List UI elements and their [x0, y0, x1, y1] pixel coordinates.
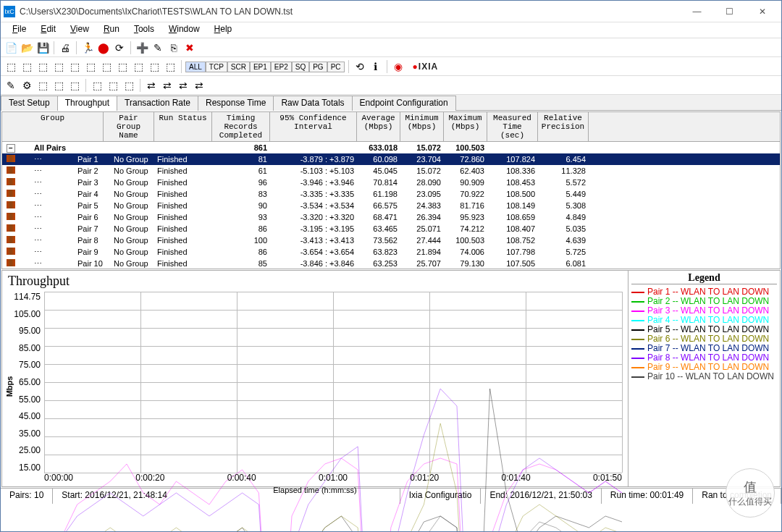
col-header[interactable]: Run Status: [154, 112, 212, 141]
menu-file[interactable]: File: [5, 22, 33, 38]
app-icon: IxC: [4, 6, 15, 17]
tab-test-setup[interactable]: Test Setup: [1, 96, 58, 111]
t2-i-icon[interactable]: ⬚: [131, 59, 146, 74]
t2-sync-icon[interactable]: ⟲: [353, 59, 367, 74]
t2-c-icon[interactable]: ⬚: [35, 59, 50, 74]
col-header[interactable]: Group: [2, 112, 104, 141]
toolbar-main: 📄 📂 💾 🖨 🏃 ⬤ ⟳ ➕ ✎ ⎘ ✖: [1, 38, 781, 57]
col-header[interactable]: Pair Group Name: [104, 112, 154, 141]
chart-plot[interactable]: Mbps 114.75105.0095.0085.0075.0065.0055.…: [44, 292, 622, 473]
window-title: C:\Users\X230\Documents\IxChariot\TESTS\…: [20, 7, 681, 17]
filter-sq[interactable]: SQ: [292, 62, 309, 72]
tab-response-time[interactable]: Response Time: [198, 96, 274, 111]
legend-title: Legend: [631, 272, 777, 284]
minimize-button[interactable]: —: [681, 1, 713, 22]
copy-icon[interactable]: ⎘: [167, 41, 181, 55]
t3-a-icon[interactable]: ✎: [4, 78, 18, 93]
data-grid[interactable]: GroupPair Group NameRun StatusTiming Rec…: [1, 111, 781, 269]
menu-help[interactable]: Help: [207, 22, 240, 38]
col-header[interactable]: Measured Time (sec): [487, 112, 538, 141]
t3-k-icon[interactable]: ⇄: [176, 78, 190, 93]
pair-row[interactable]: ⋯ Pair 4 No Group Finished 83 -3.335 : +…: [2, 188, 780, 200]
pair-row[interactable]: ⋯ Pair 2 No Group Finished 61 -5.103 : +…: [2, 165, 780, 177]
filter-scr[interactable]: SCR: [227, 62, 250, 72]
watermark: 值什么值得买: [726, 468, 775, 518]
col-header[interactable]: Maximum (Mbps): [444, 112, 487, 141]
title-bar: IxC C:\Users\X230\Documents\IxChariot\TE…: [1, 1, 781, 22]
tab-throughput[interactable]: Throughput: [57, 96, 117, 111]
t2-j-icon[interactable]: ⬚: [147, 59, 161, 74]
delete-icon[interactable]: ✖: [182, 41, 197, 55]
menu-view[interactable]: View: [63, 22, 96, 38]
legend-panel: Legend Pair 1 -- WLAN TO LAN DOWNPair 2 …: [628, 271, 780, 486]
filter-pg[interactable]: PG: [309, 62, 327, 72]
pair-row[interactable]: ⋯ Pair 9 No Group Finished 86 -3.654 : +…: [2, 246, 780, 258]
toolbar-tools: ✎ ⚙ ⬚ ⬚ ⬚ ⬚ ⬚ ⬚ ⇄ ⇄ ⇄ ⇄: [1, 76, 781, 95]
stop-icon[interactable]: ⬤: [96, 41, 111, 55]
t2-k-icon[interactable]: ⬚: [163, 59, 177, 74]
addpair-icon[interactable]: ➕: [135, 41, 149, 55]
col-header[interactable]: Minimum (Mbps): [400, 112, 444, 141]
t2-b-icon[interactable]: ⬚: [20, 59, 34, 74]
pair-row[interactable]: ⋯ Pair 6 No Group Finished 93 -3.320 : +…: [2, 211, 780, 223]
t3-c-icon[interactable]: ⬚: [35, 78, 50, 93]
col-header[interactable]: Timing Records Completed: [212, 112, 270, 141]
t3-h-icon[interactable]: ⬚: [122, 78, 136, 93]
t2-e-icon[interactable]: ⬚: [67, 59, 82, 74]
open-icon[interactable]: 📂: [20, 41, 34, 55]
t2-f-icon[interactable]: ⬚: [83, 59, 98, 74]
t2-a-icon[interactable]: ⬚: [4, 59, 18, 74]
maximize-button[interactable]: ☐: [713, 1, 746, 22]
run-icon[interactable]: 🏃: [80, 41, 95, 55]
col-header[interactable]: Relative Precision: [538, 112, 589, 141]
tabs-bar: Test SetupThroughputTransaction RateResp…: [1, 95, 781, 111]
pair-row[interactable]: ⋯ Pair 10 No Group Finished 85 -3.846 : …: [2, 258, 780, 269]
ixia-ball-icon: ◉: [391, 59, 405, 74]
edit-icon[interactable]: ✎: [151, 41, 165, 55]
legend-item[interactable]: Pair 10 -- WLAN TO LAN DOWN: [631, 372, 777, 381]
filter-all[interactable]: ALL: [185, 62, 206, 72]
pair-row[interactable]: ⋯ Pair 1 No Group Finished 81 -3.879 : +…: [2, 153, 780, 165]
t2-d-icon[interactable]: ⬚: [51, 59, 66, 74]
poll-icon[interactable]: ⟳: [112, 41, 127, 55]
filter-ep1[interactable]: EP1: [250, 62, 271, 72]
new-icon[interactable]: 📄: [4, 41, 18, 55]
print-icon[interactable]: 🖨: [58, 41, 72, 55]
col-header[interactable]: 95% Confidence Interval: [270, 112, 357, 141]
pair-row[interactable]: ⋯ Pair 5 No Group Finished 90 -3.534 : +…: [2, 200, 780, 211]
menu-tools[interactable]: Tools: [127, 22, 161, 38]
t3-j-icon[interactable]: ⇄: [160, 78, 175, 93]
toolbar-filter: ⬚ ⬚ ⬚ ⬚ ⬚ ⬚ ⬚ ⬚ ⬚ ⬚ ⬚ ALLTCPSCREP1EP2SQP…: [1, 57, 781, 76]
pair-row[interactable]: ⋯ Pair 8 No Group Finished 100 -3.413 : …: [2, 235, 780, 246]
t2-h-icon[interactable]: ⬚: [115, 59, 130, 74]
col-header[interactable]: Average (Mbps): [357, 112, 400, 141]
pair-row[interactable]: ⋯ Pair 3 No Group Finished 96 -3.946 : +…: [2, 177, 780, 188]
filter-tcp[interactable]: TCP: [206, 62, 227, 72]
ixia-logo: ●IXIA: [413, 62, 439, 72]
chart-area: Throughput Mbps 114.75105.0095.0085.0075…: [1, 270, 781, 487]
tab-raw-data-totals[interactable]: Raw Data Totals: [273, 96, 352, 111]
menu-edit[interactable]: Edit: [33, 22, 63, 38]
menu-run[interactable]: Run: [96, 22, 127, 38]
t3-e-icon[interactable]: ⬚: [67, 78, 82, 93]
tab-transaction-rate[interactable]: Transaction Rate: [117, 96, 198, 111]
t3-f-icon[interactable]: ⬚: [90, 78, 104, 93]
chart-title: Throughput: [8, 274, 622, 289]
t3-b-icon[interactable]: ⚙: [20, 78, 34, 93]
t3-g-icon[interactable]: ⬚: [106, 78, 120, 93]
filter-ep2[interactable]: EP2: [271, 62, 292, 72]
save-icon[interactable]: 💾: [35, 41, 50, 55]
close-button[interactable]: ✕: [746, 1, 778, 22]
menu-window[interactable]: Window: [161, 22, 207, 38]
menu-bar: FileEditViewRunToolsWindowHelp: [1, 22, 781, 38]
t3-d-icon[interactable]: ⬚: [51, 78, 66, 93]
filter-pc[interactable]: PC: [327, 62, 345, 72]
t3-i-icon[interactable]: ⇄: [144, 78, 159, 93]
pair-row[interactable]: ⋯ Pair 7 No Group Finished 86 -3.195 : +…: [2, 223, 780, 235]
tab-endpoint-configuration[interactable]: Endpoint Configuration: [352, 96, 456, 111]
t3-l-icon[interactable]: ⇄: [192, 78, 206, 93]
t2-info-icon[interactable]: ℹ: [369, 59, 383, 74]
allpairs-row[interactable]: − All Pairs 861 633.018 15.072 100.503: [2, 142, 780, 153]
t2-g-icon[interactable]: ⬚: [99, 59, 114, 74]
